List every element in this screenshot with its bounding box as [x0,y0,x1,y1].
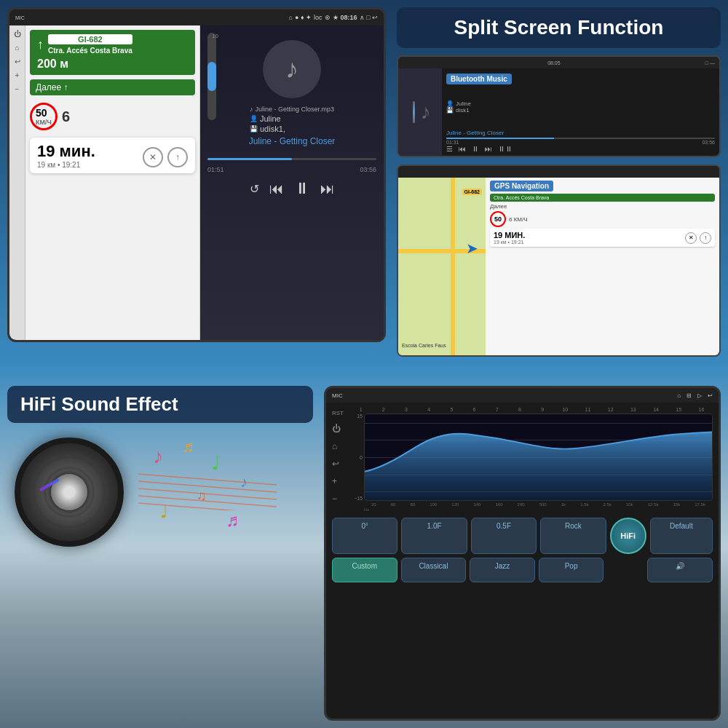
right-section: Split Screen Function 08:05 □ — ♪ Blueto… [397,7,721,357]
eq-num-7: 7 [486,407,508,412]
db-neg15: −15 [349,496,363,501]
bt-volume-slider[interactable] [413,101,415,123]
eq-btn-hifi[interactable]: HiFi [610,518,646,554]
power-icon[interactable]: ⏻ [14,30,21,38]
bt-progress-fill [446,138,554,139]
gps-eta-time: 19 МИН. [494,231,525,240]
status-bt-icon: ⊛ [325,14,331,21]
eq-num-11: 11 [577,407,599,412]
hz-12-5k: 12.5k [648,502,659,507]
eq-num-8: 8 [508,407,531,412]
route-number: GI-682 [48,34,132,44]
speed-limit-value: 50 [36,107,52,119]
eq-fill [365,432,712,500]
eq-num-14: 14 [644,407,667,412]
music-time-row: 01:51 03:56 [207,166,376,173]
artist-name: Juline [260,114,281,123]
eq-curve-svg [365,414,712,500]
nav-panel: ↑ GI-682 Ctra. Accés Costa Brava 200 м Д… [25,25,200,340]
status-home-icon: ⌂ [289,14,293,21]
eq-home-icon[interactable]: ⌂ [677,392,681,399]
hz-120: 120 [451,502,459,507]
repeat-btn[interactable]: ↺ [250,182,259,196]
bt-music-icon: ♪ [421,100,431,124]
eq-num-1: 1 [349,407,372,412]
dalece-label: Далее ↑ [30,79,195,95]
gps-nav-btn[interactable]: ↑ [700,232,711,244]
hifi-title-box: HiFi Sound Effect [7,386,313,423]
bt-next-btn[interactable]: ⏭ [485,145,492,153]
hz-1k: 1k [561,502,566,507]
eq-btn-0deg[interactable]: 0° [332,518,397,554]
status-icons: ● ♦ ✦ [295,14,312,21]
eq-btn-jazz[interactable]: Jazz [470,558,535,582]
prev-btn[interactable]: ⏮ [269,181,284,197]
hz-140: 140 [473,502,480,507]
hz-17-5k: 17.5k [695,502,705,507]
eq-back-icon[interactable]: ↩ [708,392,713,399]
eq-screen: MIC ⌂ ⊟ ▷ ↩ RST ⏻ ⌂ ↩ + − [324,386,721,721]
music-notes-decoration: ♪ ♬ ♩ ♪ ♫ ♩ ♬ [138,438,284,547]
bt-extra-btn[interactable]: ⏸⏸ [498,145,513,153]
eta-dist: 19 км • 19:21 [37,161,95,169]
screen-content: ⏻ ⌂ ↩ + − ↑ GI-682 Ctra. Accés Costa Bra… [9,25,384,340]
cancel-route-btn[interactable]: ✕ [143,147,163,167]
vol-plus-btn[interactable]: + [332,476,347,486]
music-controls: ↺ ⏮ ⏸ ⏭ [250,179,335,198]
bt-list-btn[interactable]: ☰ [446,145,453,153]
home-btn[interactable]: ⌂ [332,441,347,451]
split-title: Split Screen Function [411,16,706,39]
eq-num-4: 4 [418,407,440,412]
eq-btn-1f[interactable]: 1.0F [401,518,467,554]
gps-eta-dist: 19 км • 19:21 [494,240,525,245]
hz-10k: 10k [626,502,633,507]
db-15: 15 [349,414,363,419]
nav-up-btn[interactable]: ↑ [167,147,188,167]
eq-btn-rock[interactable]: Rock [540,518,606,554]
eq-btn-volume-icon[interactable]: 🔊 [647,558,713,582]
eq-num-5: 5 [440,407,463,412]
eq-num-16: 16 [690,407,713,412]
plus-icon[interactable]: + [15,71,20,79]
top-section: MIC ⌂ ● ♦ ✦ loc ⊛ ★ 08:16 ∧ □ ↩ ⏻ ⌂ ↩ + … [7,7,721,357]
power-btn[interactable]: ⏻ [332,424,347,434]
music-progress-bar[interactable] [207,158,376,160]
next-btn[interactable]: ⏭ [320,181,335,197]
music-album-icon: ♪ [263,40,321,98]
eq-content: RST ⏻ ⌂ ↩ + − 1 2 3 4 5 6 [326,403,719,719]
eq-btn-default[interactable]: Default [650,518,713,554]
bt-play-btn[interactable]: ⏸ [472,145,479,153]
home-icon[interactable]: ⌂ [15,44,19,52]
vol-label: 10 [212,33,218,39]
bt-prev-btn[interactable]: ⏮ [459,145,466,153]
back-icon[interactable]: ↩ [15,58,20,66]
eq-btn-pop[interactable]: Pop [539,558,604,582]
disk-name: udisk1, [260,124,285,133]
hz-80: 80 [411,502,416,507]
gps-speed-current: 6 КМ/Ч [509,216,528,223]
gps-map-area: GI-682 Escola Carles Faus ➤ [398,178,486,355]
eq-btn-custom[interactable]: Custom [332,558,397,582]
rst-label: RST [332,410,347,416]
hz-1-5k: 1.5k [580,502,588,507]
volume-slider[interactable] [207,33,216,120]
minus-icon[interactable]: − [15,85,20,93]
hz-20: 20 [371,502,376,507]
gps-cancel-btn[interactable]: ✕ [685,232,697,244]
note-2: ♬ [182,438,194,456]
play-pause-btn[interactable]: ⏸ [294,179,310,198]
eq-btn-0-5f[interactable]: 0.5F [471,518,537,554]
vol-minus-btn[interactable]: − [332,494,347,504]
eq-num-labels: 1 2 3 4 5 6 7 8 9 10 11 12 13 14 [349,407,713,412]
bt-progress[interactable] [446,138,715,139]
speaker-ring-2 [33,456,106,529]
eq-btn-hifi-spacer [607,558,644,582]
route-sign: ↑ GI-682 Ctra. Accés Costa Brava 200 м [30,30,195,75]
current-speed: 6 [62,108,70,125]
eq-btn-classical[interactable]: Classical [401,558,467,582]
back-btn[interactable]: ↩ [332,459,347,469]
bt-song-display: Juline - Getting Closer [446,130,715,136]
eq-hz-labels: 20 60 80 100 120 140 160 200 500 1k 1.5k… [364,502,713,507]
gps-eta-box: 19 МИН. 19 км • 19:21 ✕ ↑ [490,229,715,247]
hz-100: 100 [430,502,437,507]
